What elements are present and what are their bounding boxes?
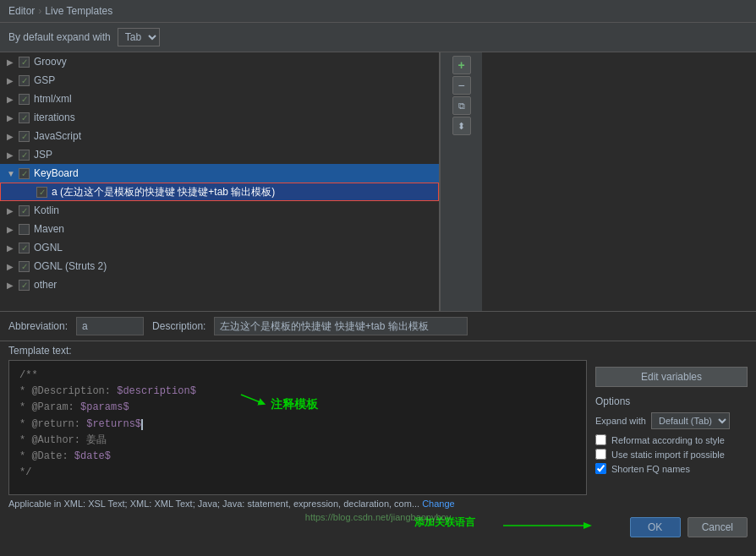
add-button[interactable]: + (452, 56, 471, 74)
list-item-maven[interactable]: ▶Maven (0, 220, 439, 238)
static-import-checkbox[interactable] (595, 449, 606, 460)
breadcrumb-sep: › (38, 5, 41, 17)
list-item-kotlin[interactable]: ▶Kotlin (0, 201, 439, 220)
list-item-label: Groovy (34, 56, 67, 68)
list-item-label: GSP (34, 74, 55, 86)
bottom-actions: OK Cancel (0, 512, 756, 542)
list-item-label: JSP (34, 149, 52, 161)
arrow-icon: ▶ (7, 281, 15, 290)
arrow-icon: ▶ (7, 206, 15, 215)
list-item-label: other (34, 279, 57, 291)
checkbox-icon (19, 75, 30, 86)
abbreviation-input[interactable] (76, 317, 144, 335)
reformat-label: Reformat according to style (611, 435, 725, 445)
arrow-icon: ▶ (7, 132, 15, 141)
expand-label: By default expand with (8, 31, 111, 43)
editor-label: Editor (8, 5, 35, 17)
list-item-label: JavaScript (34, 130, 81, 142)
applicable-text: Applicable in XML: XSL Text; XML: XML Te… (8, 499, 419, 509)
list-item-label: OGNL (Struts 2) (34, 260, 107, 272)
shorten-fq-row: Shorten FQ names (595, 463, 748, 474)
checkbox-icon (19, 243, 30, 253)
editor-area-wrapper: /** * @Description: $description$ * @Par… (0, 360, 756, 495)
checkbox-icon (36, 187, 47, 198)
checkbox-icon (19, 150, 30, 161)
abbreviation-row: Abbreviation: Description: (0, 312, 756, 341)
description-label: Description: (152, 320, 205, 332)
edit-variables-button[interactable]: Edit variables (595, 367, 748, 387)
arrow-icon: ▶ (7, 150, 15, 160)
template-editor[interactable]: /** * @Description: $description$ * @Par… (8, 360, 587, 495)
list-item-ognl[interactable]: ▶OGNL (0, 238, 439, 257)
list-item-keyboard-a[interactable]: a (左边这个是模板的快捷键 快捷键+tab 输出模板) (0, 183, 439, 201)
checkbox-icon (19, 205, 30, 216)
copy-button[interactable]: ⧉ (452, 96, 471, 115)
list-item-htmlxml[interactable]: ▶html/xml (0, 90, 439, 108)
arrow-icon: ▼ (7, 169, 15, 178)
checkbox-icon (19, 94, 30, 105)
shorten-fq-checkbox[interactable] (595, 463, 606, 474)
list-item-groovy[interactable]: ▶Groovy (0, 52, 439, 71)
change-link[interactable]: Change (422, 499, 455, 509)
checkbox-icon (19, 131, 30, 142)
arrow-icon: ▶ (7, 95, 15, 104)
list-item-label: Kotlin (34, 204, 59, 216)
expand-with-row: Expand with Default (Tab) (595, 412, 748, 429)
shorten-fq-label: Shorten FQ names (611, 464, 690, 474)
arrow-icon: ▶ (7, 76, 15, 85)
checkbox-icon (19, 57, 30, 68)
description-input[interactable] (214, 317, 468, 335)
options-section: Options Expand with Default (Tab) Reform… (595, 395, 748, 477)
list-item-iterations[interactable]: ▶iterations (0, 108, 439, 127)
applicable-row: Applicable in XML: XSL Text; XML: XML Te… (0, 495, 756, 512)
list-item-label: iterations (34, 112, 75, 123)
expand-select[interactable]: Tab (118, 28, 160, 46)
template-text-label: Template text: (0, 341, 756, 360)
options-title: Options (595, 395, 748, 407)
ok-button[interactable]: OK (630, 517, 681, 537)
reformat-row: Reformat according to style (595, 434, 748, 445)
list-item-label: Maven (34, 223, 64, 235)
top-controls: By default expand with Tab (0, 23, 756, 52)
remove-button[interactable]: − (452, 76, 471, 95)
cancel-button[interactable]: Cancel (688, 517, 748, 537)
checkbox-icon (19, 280, 30, 291)
live-templates-label: Live Templates (45, 5, 112, 17)
list-item-other[interactable]: ▶other (0, 275, 439, 294)
list-item-keyboard[interactable]: ▼KeyBoard (0, 164, 439, 183)
list-item-label: a (左边这个是模板的快捷键 快捷键+tab 输出模板) (52, 185, 275, 199)
arrow-icon: ▶ (7, 262, 15, 271)
arrow-icon: ▶ (7, 113, 15, 123)
title-bar: Editor › Live Templates (0, 0, 756, 23)
expand-with-select[interactable]: Default (Tab) (651, 412, 730, 429)
bottom-panel: Abbreviation: Description: Template text… (0, 311, 756, 556)
static-import-label: Use static import if possible (611, 450, 725, 460)
checkbox-icon (19, 112, 30, 123)
list-item-gsp[interactable]: ▶GSP (0, 71, 439, 90)
list-item-jsp[interactable]: ▶JSP (0, 145, 439, 164)
list-item-javascript[interactable]: ▶JavaScript (0, 127, 439, 145)
reformat-checkbox[interactable] (595, 434, 606, 445)
editor-sidebar: Edit variables Options Expand with Defau… (587, 360, 756, 495)
checkbox-icon (19, 261, 30, 272)
arrow-icon: ▶ (7, 57, 15, 67)
expand-with-label: Expand with (595, 416, 646, 426)
static-import-row: Use static import if possible (595, 449, 748, 460)
checkbox-icon (19, 224, 30, 235)
list-item-label: html/xml (34, 93, 72, 105)
list-item-label: OGNL (34, 242, 63, 253)
list-item-label: KeyBoard (34, 167, 79, 179)
checkbox-icon (19, 168, 30, 179)
arrow-icon: ▶ (7, 225, 15, 234)
move-button[interactable]: ⬍ (452, 117, 471, 135)
list-item-ognl-struts[interactable]: ▶OGNL (Struts 2) (0, 257, 439, 275)
arrow-icon: ▶ (7, 243, 15, 253)
abbreviation-label: Abbreviation: (8, 320, 68, 332)
